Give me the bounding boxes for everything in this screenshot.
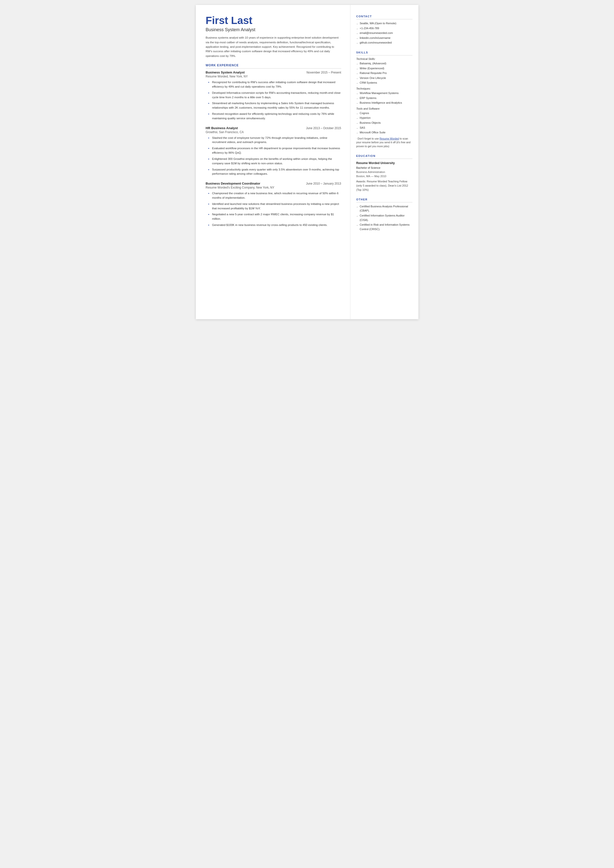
job-dates-1: November 2015 – Present — [306, 71, 341, 74]
technique-3: Business Intelligence and Analytics — [356, 101, 412, 105]
tool-5: Microsoft Office Suite — [356, 130, 412, 135]
resume-page: First Last Business System Analyst Busin… — [196, 5, 419, 319]
contact-linkedin: linkedin.com/in/username — [356, 36, 412, 40]
contact-location: Seattle, WA (Open to Remote) — [356, 21, 412, 26]
summary-text: Business systems analyst with 10 years o… — [206, 36, 341, 58]
other-section: OTHER Certified Business Analysis Profes… — [356, 198, 412, 231]
skills-section: SKILLS Technical Skills: Balsamiq, (Adva… — [356, 51, 412, 149]
other-list: Certified Business Analysis Professional… — [356, 204, 412, 231]
tech-3: Rational Requisite Pro — [356, 71, 412, 76]
bullet-2-4: Surpassed productivity goals every quart… — [208, 168, 341, 176]
other-1: Certified Business Analysis Professional… — [356, 204, 412, 213]
tools-label: Tools and Software: — [356, 107, 412, 110]
edu-school: Resume Worded University — [356, 161, 412, 166]
techniques-label: Techniques: — [356, 87, 412, 90]
techniques-list: Workflow Management Systems ERP Systems … — [356, 91, 412, 105]
job-block-3: Business Development Coordinator June 20… — [206, 182, 341, 227]
contact-github: github.com/resumeworded — [356, 40, 412, 45]
technical-label: Technical Skills: — [356, 57, 412, 61]
job-title-row-1: Business System Analyst November 2015 – … — [206, 70, 341, 74]
job-block-1: Business System Analyst November 2015 – … — [206, 70, 341, 121]
bullet-1-1: Recognized for contributing to RW's succ… — [208, 80, 341, 89]
candidate-title: Business System Analyst — [206, 27, 341, 33]
job-company-1: Resume Worded, New York, NY — [206, 75, 341, 78]
job-bullets-1: Recognized for contributing to RW's succ… — [206, 80, 341, 121]
edu-block: Resume Worded University Bachelor of Sci… — [356, 161, 412, 192]
main-column: First Last Business System Analyst Busin… — [196, 5, 350, 319]
contact-list: Seattle, WA (Open to Remote) +1-234-456-… — [356, 21, 412, 45]
bullet-3-2: Identified and launched new solutions th… — [208, 202, 341, 211]
promo-link[interactable]: Resume Worded — [380, 137, 399, 140]
sidebar-column: CONTACT Seattle, WA (Open to Remote) +1-… — [350, 5, 419, 319]
edu-location: Boston, MA — May 2010 — [356, 174, 412, 179]
contact-email: email@resumeworded.com — [356, 31, 412, 36]
tool-2: Hyperion — [356, 116, 412, 120]
job-title-row-3: Business Development Coordinator June 20… — [206, 182, 341, 185]
job-bullets-3: Championed the creation of a new busines… — [206, 191, 341, 227]
tool-4: SAS — [356, 126, 412, 130]
education-header: EDUCATION — [356, 154, 412, 159]
contact-section: CONTACT Seattle, WA (Open to Remote) +1-… — [356, 15, 412, 45]
contact-phone: +1-234-456-789 — [356, 26, 412, 31]
job-company-3: Resume Worded's Exciting Company, New Yo… — [206, 186, 341, 189]
other-3: Certified in Risk and Information System… — [356, 223, 412, 231]
job-dates-2: June 2013 – October 2015 — [306, 126, 341, 130]
job-bullets-2: Slashed the cost of employee turnover by… — [206, 136, 341, 176]
tech-4: Version One Lifecycle — [356, 76, 412, 81]
job-title-row-2: HR Business Analyst June 2013 – October … — [206, 126, 341, 130]
edu-degree: Bachelor of Science — [356, 166, 412, 170]
job-dates-3: June 2010 – January 2013 — [306, 182, 341, 185]
job-company-2: Growthsi, San Francisco, CA — [206, 130, 341, 134]
other-header: OTHER — [356, 198, 412, 202]
other-2: Certified Information Systems Auditor (C… — [356, 214, 412, 222]
skills-header: SKILLS — [356, 51, 412, 56]
bullet-3-3: Negotiated a new 5-year contract with 2 … — [208, 212, 341, 221]
tech-2: Wrike (Experienced) — [356, 66, 412, 71]
bullet-1-2: Developed Informatica conversion scripts… — [208, 91, 341, 100]
job-block-2: HR Business Analyst June 2013 – October … — [206, 126, 341, 176]
technique-1: Workflow Management Systems — [356, 91, 412, 96]
edu-awards: Awards: Resume Worded Teaching Fellow (o… — [356, 179, 412, 192]
job-title-2: HR Business Analyst — [206, 126, 238, 130]
technical-list: Balsamiq, (Advanced) Wrike (Experienced)… — [356, 61, 412, 85]
work-experience-header: WORK EXPERIENCE — [206, 64, 341, 68]
bullet-2-1: Slashed the cost of employee turnover by… — [208, 136, 341, 145]
contact-header: CONTACT — [356, 15, 412, 19]
promo-text: · Don't forget to use Resume Worded to s… — [356, 137, 412, 149]
tools-list: Cognos Hyperion Business Objects SAS Mic… — [356, 111, 412, 135]
education-section: EDUCATION Resume Worded University Bache… — [356, 154, 412, 192]
bullet-1-4: Received recognition award for efficient… — [208, 112, 341, 121]
candidate-name: First Last — [206, 15, 341, 26]
bullet-3-4: Generated $100K in new business revenue … — [208, 223, 341, 227]
job-title-1: Business System Analyst — [206, 70, 245, 74]
bullet-2-3: Enlightened 300 Growthsi employees on th… — [208, 157, 341, 166]
bullet-1-3: Streamlined all marketing functions by i… — [208, 101, 341, 110]
technique-2: ERP Systems — [356, 96, 412, 101]
bullet-2-2: Evaluated workflow processes in the HR d… — [208, 146, 341, 155]
tool-1: Cognos — [356, 111, 412, 116]
tech-1: Balsamiq, (Advanced) — [356, 61, 412, 66]
tech-5: CRM Systems — [356, 81, 412, 85]
tool-3: Business Objects — [356, 121, 412, 125]
bullet-3-1: Championed the creation of a new busines… — [208, 191, 341, 200]
job-title-3: Business Development Coordinator — [206, 182, 260, 185]
edu-field: Business Administration — [356, 170, 412, 174]
